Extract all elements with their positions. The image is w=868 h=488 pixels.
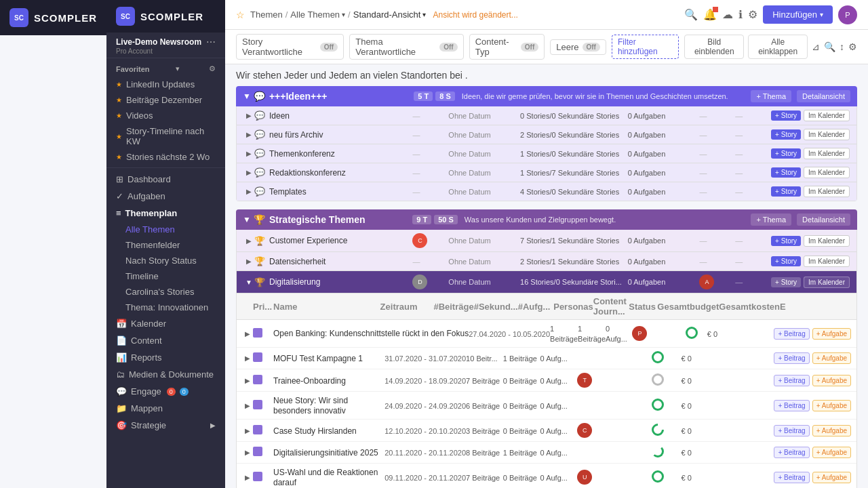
beitrag-btn[interactable]: + Beitrag [774, 328, 809, 340]
row-name[interactable]: Digitalisierung [269, 277, 412, 287]
calendar-btn[interactable]: Im Kalender [804, 186, 850, 197]
col-name[interactable]: Trainee-Onboarding [273, 375, 384, 386]
avatar[interactable]: P [838, 5, 857, 24]
breadcrumb-ansicht[interactable]: Standard-Ansicht ▾ [353, 9, 427, 20]
beitrag-btn[interactable]: + Beitrag [774, 352, 809, 364]
expand-icon[interactable]: ▶ [243, 150, 254, 157]
aufgabe-btn[interactable]: + Aufgabe [812, 352, 851, 364]
settings-icon[interactable]: ⚙ [209, 64, 216, 73]
group-ideen-collapse-btn[interactable]: ▼ [243, 92, 251, 101]
row-name[interactable]: Themenkonferenz [269, 149, 412, 159]
story-name[interactable]: Digitalisierungsinitiative 2025 [273, 448, 378, 458]
sidebar-logo[interactable]: SC SCOMPLER [0, 0, 106, 35]
story-name[interactable]: Neue Story: Wir sind besonders innovativ [273, 396, 348, 415]
col-name[interactable]: Digitalisierungsinitiative 2025 [273, 447, 384, 458]
expand-icon[interactable]: ▶ [243, 112, 254, 119]
filter-sort-icon[interactable]: ↕ [840, 41, 844, 52]
sidebar-item-carolinas[interactable]: Carolina's Stories [106, 284, 225, 300]
sidebar-item-kalender[interactable]: 📅 Kalender [106, 315, 225, 332]
expand-row-btn[interactable]: ▶ [242, 330, 253, 338]
alle-einklappen-button[interactable]: Alle einklappen [748, 35, 808, 59]
expand-row-btn[interactable]: ▶ [242, 449, 253, 456]
col-name[interactable]: MOFU Test Kampagne 1 [273, 353, 384, 363]
story-name[interactable]: MOFU Test Kampagne 1 [273, 354, 363, 363]
add-story-btn[interactable]: + Story [771, 236, 801, 246]
add-story-btn[interactable]: + Story [771, 256, 801, 266]
story-name[interactable]: Trainee-Onboarding [273, 376, 346, 386]
add-story-btn[interactable]: + Story [771, 148, 801, 159]
sidebar-item-stories-next[interactable]: ★ Stories nächste 2 Wo [106, 149, 225, 165]
sidebar-item-content[interactable]: 📄 Content [106, 332, 225, 349]
calendar-btn[interactable]: Im Kalender [804, 235, 850, 247]
favorites-expand-icon[interactable]: ▾ [176, 64, 180, 73]
aufgabe-btn[interactable]: + Aufgabe [812, 375, 851, 386]
row-name[interactable]: Customer Experience [269, 236, 412, 245]
account-menu-icon[interactable]: ⋯ [206, 37, 216, 47]
aufgabe-btn[interactable]: + Aufgabe [812, 400, 851, 411]
filter-gear-icon[interactable]: ⚙ [848, 41, 857, 52]
row-name[interactable]: Ideen [269, 111, 412, 121]
sidebar-favorites-header[interactable]: Favoriten ▾ ⚙ [106, 61, 225, 77]
group-strategische-detail-btn[interactable]: Detailansicht [797, 214, 850, 226]
beitrag-btn[interactable]: + Beitrag [774, 375, 809, 386]
sidebar-item-story-timeline[interactable]: ★ Story-Timeline nach KW [106, 123, 225, 149]
info-icon[interactable]: ℹ [738, 8, 743, 21]
group-ideen-detail-btn[interactable]: Detailansicht [797, 90, 850, 102]
group-strategische-add-thema-btn[interactable]: + Thema [751, 214, 791, 226]
expand-row-btn[interactable]: ▶ [242, 354, 253, 362]
calendar-btn[interactable]: Im Kalender [804, 110, 850, 121]
sidebar-item-reports[interactable]: 📊 Reports [106, 349, 225, 366]
calendar-btn[interactable]: Im Kalender [804, 129, 850, 140]
sidebar-item-nach-story[interactable]: Nach Story Status [106, 253, 225, 268]
filter-search-icon[interactable]: 🔍 [824, 41, 835, 52]
search-icon[interactable]: 🔍 [684, 8, 698, 21]
expand-icon[interactable]: ▶ [243, 131, 254, 138]
col-name[interactable]: Case Study Hirslanden [273, 426, 384, 436]
calendar-btn[interactable]: Im Kalender [804, 148, 850, 159]
add-story-btn[interactable]: + Story [771, 110, 801, 121]
expand-icon[interactable]: ▶ [243, 188, 254, 195]
sidebar-item-themenfelder[interactable]: Themenfelder [106, 237, 225, 253]
beitrag-btn[interactable]: + Beitrag [774, 472, 809, 483]
filter-story-owner[interactable]: Story Verantwortliche Off [236, 34, 344, 60]
settings-icon[interactable]: ⚙ [748, 8, 757, 21]
sidebar-item-themenplan[interactable]: ≡ Themenplan [106, 205, 225, 222]
breadcrumb-themen[interactable]: Themen [250, 9, 283, 20]
expand-row-btn[interactable]: ▶ [242, 377, 253, 384]
row-name[interactable]: neu fürs Archiv [269, 130, 412, 140]
star-breadcrumb-icon[interactable]: ☆ [236, 9, 245, 20]
add-button[interactable]: Hinzufügen ▾ [763, 5, 833, 24]
row-name[interactable]: Redaktionskonferenz [269, 168, 412, 178]
breadcrumb-changed[interactable]: Ansicht wird geändert... [433, 10, 517, 20]
sidebar-item-timeline[interactable]: Timeline [106, 268, 225, 284]
calendar-btn[interactable]: Im Kalender [804, 277, 850, 288]
bild-einblenden-button[interactable]: Bild einblenden [684, 35, 744, 59]
filter-funnel-icon[interactable]: ⊿ [812, 41, 820, 52]
sidebar-item-beitraege[interactable]: ★ Beiträge Dezember [106, 92, 225, 108]
sidebar-item-linkedin[interactable]: ★ LinkedIn Updates [106, 77, 225, 92]
expand-icon[interactable]: ▶ [243, 237, 254, 245]
notification-icon[interactable]: 🔔 [703, 8, 717, 21]
story-name[interactable]: Case Study Hirslanden [273, 426, 357, 436]
col-name[interactable]: Neue Story: Wir sind besonders innovativ [273, 395, 384, 415]
filter-leere[interactable]: Leere Off [550, 39, 606, 55]
sidebar-item-strategie[interactable]: 🎯 Strategie ▶ [106, 417, 225, 434]
calendar-btn[interactable]: Im Kalender [804, 256, 850, 267]
sidebar-item-aufgaben[interactable]: ✓ Aufgaben [106, 188, 225, 205]
filter-content-type[interactable]: Content-Typ Off [469, 34, 545, 60]
group-ideen-add-thema-btn[interactable]: + Thema [751, 90, 791, 102]
aufgabe-btn[interactable]: + Aufgabe [812, 328, 851, 340]
story-name[interactable]: US-Wahl und die Reaktionen darauf [273, 468, 378, 487]
col-name[interactable]: US-Wahl und die Reaktionen darauf [273, 467, 384, 487]
beitrag-btn[interactable]: + Beitrag [774, 447, 809, 458]
expand-icon[interactable]: ▶ [243, 169, 254, 176]
expand-row-btn[interactable]: ▶ [242, 427, 253, 434]
add-story-btn[interactable]: + Story [771, 277, 801, 287]
sidebar-item-medien[interactable]: 🗂 Medien & Dokumente [106, 366, 225, 383]
filter-add-button[interactable]: Filter hinzufügen [612, 35, 679, 59]
add-story-btn[interactable]: + Story [771, 167, 801, 178]
story-name[interactable]: Open Banking: Kundenschnittstelle rückt … [273, 329, 469, 338]
cloud-icon[interactable]: ☁ [722, 8, 733, 21]
expand-row-btn[interactable]: ▶ [242, 474, 253, 481]
sidebar-item-engage[interactable]: 💬 Engage 0 0 [106, 383, 225, 400]
